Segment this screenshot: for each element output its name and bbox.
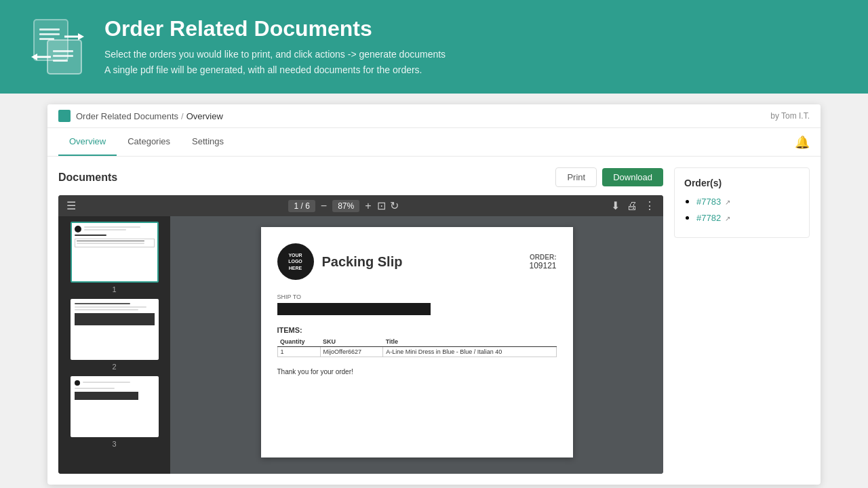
right-sidebar: Order(s) #7783 ↗ #7782 ↗ <box>674 167 810 474</box>
pdf-toolbar: ☰ 1 / 6 − 87% + ⊡ ↻ <box>58 195 663 216</box>
thumbnail-page-2 <box>71 299 159 360</box>
svg-rect-1 <box>39 28 60 30</box>
documents-section: Documents Print Download ☰ 1 / <box>58 167 663 474</box>
thumbnail-3[interactable]: 3 <box>64 376 165 448</box>
logo-circle: YOUR LOGO HERE <box>277 243 314 280</box>
tab-categories[interactable]: Categories <box>117 128 181 156</box>
row-sku: MijoOffer6627 <box>320 347 383 357</box>
svg-rect-9 <box>53 50 73 52</box>
header-subtitle2: A single pdf file will be generated, wit… <box>104 62 446 77</box>
app-logo <box>27 16 88 77</box>
zoom-in-button[interactable]: + <box>363 200 372 212</box>
thumbnail-2[interactable]: 2 <box>64 299 165 371</box>
pdf-toolbar-center: 1 / 6 − 87% + ⊡ ↻ <box>288 199 398 212</box>
page-header: Order Related Documents Select the order… <box>0 0 868 94</box>
page-indicator: 1 / 6 <box>288 200 315 212</box>
by-author: by Tom I.T. <box>770 111 810 121</box>
ship-to-block <box>277 303 431 315</box>
breadcrumb-current: Overview <box>186 111 223 121</box>
col-quantity: Quantity <box>277 337 320 347</box>
bell-icon[interactable]: 🔔 <box>795 135 810 150</box>
order-number: 109121 <box>529 261 556 270</box>
page-title: Order Related Documents <box>104 16 446 41</box>
svg-marker-5 <box>78 33 84 40</box>
external-link-icon-7783: ↗ <box>725 199 730 206</box>
col-title: Title <box>383 337 556 347</box>
nav-tabs-bar: Overview Categories Settings 🔔 <box>47 128 821 157</box>
app-icon <box>58 110 71 122</box>
pdf-page-main: YOUR LOGO HERE Packing Slip ORDER: 10912… <box>170 216 663 474</box>
thumbnail-1[interactable]: 1 <box>64 222 165 293</box>
row-title: A-Line Mini Dress in Blue - Blue / Itali… <box>383 347 556 357</box>
thumb-num-1: 1 <box>112 285 116 293</box>
breadcrumb: Order Related Documents / Overview <box>58 110 223 122</box>
pdf-toolbar-left: ☰ <box>66 199 76 212</box>
download-button[interactable]: Download <box>602 168 663 186</box>
table-row: 1 MijoOffer6627 A-Line Mini Dress in Blu… <box>277 347 556 357</box>
section-title: Documents <box>58 171 117 184</box>
row-quantity: 1 <box>277 347 320 357</box>
page-total: 6 <box>305 201 310 211</box>
orders-box: Order(s) #7783 ↗ #7782 ↗ <box>674 167 810 238</box>
svg-rect-2 <box>39 33 60 35</box>
svg-rect-10 <box>53 55 73 57</box>
zoom-out-button[interactable]: − <box>319 200 328 212</box>
list-item: #7783 ↗ <box>696 195 800 207</box>
thumb-num-3: 3 <box>112 440 116 448</box>
thumb-num-2: 2 <box>112 363 116 371</box>
top-bar: Order Related Documents / Overview by To… <box>47 104 821 128</box>
thumbnail-page-3 <box>71 376 159 437</box>
page-current: 1 <box>294 201 298 211</box>
packing-title-block: YOUR LOGO HERE Packing Slip <box>277 243 403 280</box>
download-pdf-icon[interactable]: ⬇ <box>611 199 620 212</box>
app-window: Order Related Documents / Overview by To… <box>47 104 821 485</box>
main-content: Documents Print Download ☰ 1 / <box>47 157 821 485</box>
header-subtitle1: Select the orders you would like to prin… <box>104 47 446 62</box>
order-link-7782[interactable]: #7782 ↗ <box>696 213 730 223</box>
fit-page-icon[interactable]: ⊡ <box>377 199 386 212</box>
section-header: Documents Print Download <box>58 167 663 187</box>
tab-settings[interactable]: Settings <box>181 128 235 156</box>
list-item: #7782 ↗ <box>696 211 800 224</box>
external-link-icon-7782: ↗ <box>725 215 730 222</box>
breadcrumb-app[interactable]: Order Related Documents <box>76 111 178 121</box>
tab-overview[interactable]: Overview <box>58 128 117 156</box>
action-buttons: Print Download <box>555 167 663 187</box>
thumbnails-panel: 1 2 <box>58 216 170 474</box>
svg-rect-11 <box>53 60 68 62</box>
rotate-icon[interactable]: ↻ <box>390 199 399 212</box>
more-options-icon[interactable]: ⋮ <box>644 199 655 212</box>
pdf-body: 1 2 <box>58 216 663 474</box>
order-label: ORDER: <box>529 253 556 261</box>
packing-slip-header: YOUR LOGO HERE Packing Slip ORDER: 10912… <box>277 243 557 280</box>
items-section: ITEMS: Quantity SKU Title <box>277 326 557 357</box>
order-ref: ORDER: 109121 <box>529 253 556 270</box>
orders-title: Order(s) <box>684 178 800 188</box>
header-text-block: Order Related Documents Select the order… <box>104 16 446 77</box>
items-table: Quantity SKU Title 1 MijoOffer66 <box>277 337 557 357</box>
items-label: ITEMS: <box>277 326 557 334</box>
thank-you-text: Thank you for your order! <box>277 368 557 375</box>
breadcrumb-separator: / <box>181 111 184 121</box>
orders-list: #7783 ↗ #7782 ↗ <box>684 195 800 224</box>
print-pdf-icon[interactable]: 🖨 <box>627 200 637 212</box>
nav-tabs-left: Overview Categories Settings <box>58 128 235 156</box>
print-button[interactable]: Print <box>555 167 597 187</box>
packing-slip-title: Packing Slip <box>322 254 403 270</box>
hamburger-icon[interactable]: ☰ <box>66 199 76 212</box>
ship-to-section: Ship To <box>277 293 557 315</box>
page-sep: / <box>300 201 302 211</box>
pdf-toolbar-right: ⬇ 🖨 ⋮ <box>611 199 655 212</box>
order-link-7783[interactable]: #7783 ↗ <box>696 197 730 207</box>
thumbnail-page-1 <box>71 222 159 283</box>
pdf-viewer: ☰ 1 / 6 − 87% + ⊡ ↻ <box>58 195 663 474</box>
pdf-page-content: YOUR LOGO HERE Packing Slip ORDER: 10912… <box>261 227 573 458</box>
ship-to-label: Ship To <box>277 293 557 300</box>
zoom-level: 87% <box>332 200 359 212</box>
col-sku: SKU <box>320 337 383 347</box>
